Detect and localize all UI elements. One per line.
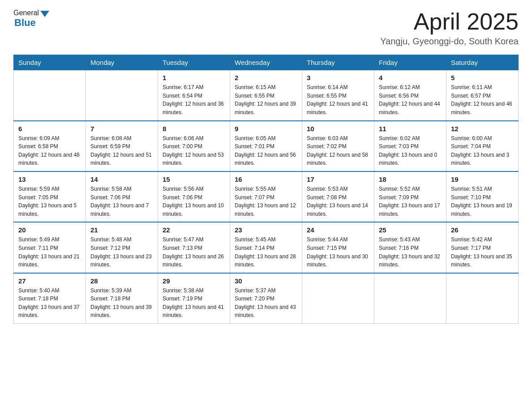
calendar-week-row: 20 Sunrise: 5:49 AMSunset: 7:11 PMDaylig… [14,222,519,273]
weekday-header-cell: Wednesday [230,55,302,70]
calendar-day-cell: 28 Sunrise: 5:39 AMSunset: 7:18 PMDaylig… [86,273,158,324]
page-header: General Blue April 2025 Yangju, Gyeonggi… [13,9,519,47]
calendar-day-cell: 23 Sunrise: 5:45 AMSunset: 7:14 PMDaylig… [230,222,302,273]
title-block: April 2025 Yangju, Gyeonggi-do, South Ko… [380,9,519,47]
day-info: Sunrise: 6:06 AMSunset: 7:00 PMDaylight:… [163,134,225,167]
weekday-header-cell: Monday [86,55,158,70]
day-info: Sunrise: 6:14 AMSunset: 6:55 PMDaylight:… [307,83,369,116]
day-number: 10 [307,125,369,133]
day-number: 25 [379,226,442,234]
day-number: 11 [379,125,442,133]
calendar-day-cell: 4 Sunrise: 6:12 AMSunset: 6:56 PMDayligh… [374,70,446,121]
calendar-location: Yangju, Gyeonggi-do, South Korea [380,36,519,47]
calendar-day-cell: 20 Sunrise: 5:49 AMSunset: 7:11 PMDaylig… [14,222,86,273]
day-number: 9 [235,125,297,133]
day-info: Sunrise: 5:40 AMSunset: 7:18 PMDaylight:… [18,287,81,320]
day-number: 28 [90,277,153,285]
day-info: Sunrise: 5:45 AMSunset: 7:14 PMDaylight:… [235,235,297,269]
day-number: 4 [379,74,442,81]
day-number: 1 [163,74,225,81]
calendar-day-cell: 5 Sunrise: 6:11 AMSunset: 6:57 PMDayligh… [446,70,519,121]
day-number: 20 [18,226,81,234]
logo-triangle-icon [40,11,49,17]
day-info: Sunrise: 5:58 AMSunset: 7:06 PMDaylight:… [90,185,153,218]
day-info: Sunrise: 5:39 AMSunset: 7:18 PMDaylight:… [90,287,153,320]
logo-blue-text: Blue [14,17,36,29]
logo-general-text: General [13,9,39,17]
day-number: 21 [90,226,153,234]
calendar-day-cell: 22 Sunrise: 5:47 AMSunset: 7:13 PMDaylig… [158,222,230,273]
calendar-day-cell: 25 Sunrise: 5:43 AMSunset: 7:16 PMDaylig… [374,222,446,273]
day-number: 19 [451,176,514,183]
day-info: Sunrise: 5:43 AMSunset: 7:16 PMDaylight:… [379,235,442,269]
day-info: Sunrise: 5:51 AMSunset: 7:10 PMDaylight:… [451,185,514,218]
calendar-table: SundayMondayTuesdayWednesdayThursdayFrid… [13,55,519,324]
day-info: Sunrise: 5:48 AMSunset: 7:12 PMDaylight:… [90,235,153,269]
day-number: 15 [163,176,225,183]
day-number: 18 [379,176,442,183]
day-info: Sunrise: 6:12 AMSunset: 6:56 PMDaylight:… [379,83,442,116]
calendar-day-cell: 24 Sunrise: 5:44 AMSunset: 7:15 PMDaylig… [302,222,374,273]
day-number: 29 [163,277,225,285]
day-info: Sunrise: 6:09 AMSunset: 6:58 PMDaylight:… [18,134,81,167]
day-info: Sunrise: 6:08 AMSunset: 6:59 PMDaylight:… [90,134,153,167]
calendar-day-cell: 15 Sunrise: 5:56 AMSunset: 7:06 PMDaylig… [158,171,230,222]
day-info: Sunrise: 6:15 AMSunset: 6:55 PMDaylight:… [235,83,297,116]
day-info: Sunrise: 6:03 AMSunset: 7:02 PMDaylight:… [307,134,369,167]
calendar-week-row: 27 Sunrise: 5:40 AMSunset: 7:18 PMDaylig… [14,273,519,324]
calendar-week-row: 13 Sunrise: 5:59 AMSunset: 7:05 PMDaylig… [14,171,519,222]
day-number: 24 [307,226,369,234]
day-number: 14 [90,176,153,183]
weekday-header-cell: Friday [374,55,446,70]
calendar-day-cell: 12 Sunrise: 6:00 AMSunset: 7:04 PMDaylig… [446,121,519,171]
day-info: Sunrise: 6:11 AMSunset: 6:57 PMDaylight:… [451,83,514,116]
day-info: Sunrise: 5:37 AMSunset: 7:20 PMDaylight:… [235,287,297,320]
day-info: Sunrise: 5:55 AMSunset: 7:07 PMDaylight:… [235,185,297,218]
calendar-day-cell: 19 Sunrise: 5:51 AMSunset: 7:10 PMDaylig… [446,171,519,222]
day-number: 5 [451,74,514,81]
day-info: Sunrise: 5:56 AMSunset: 7:06 PMDaylight:… [163,185,225,218]
day-number: 22 [163,226,225,234]
calendar-day-cell: 13 Sunrise: 5:59 AMSunset: 7:05 PMDaylig… [14,171,86,222]
calendar-body: 1 Sunrise: 6:17 AMSunset: 6:54 PMDayligh… [14,70,519,324]
day-number: 3 [307,74,369,81]
day-number: 27 [18,277,81,285]
calendar-day-cell: 26 Sunrise: 5:42 AMSunset: 7:17 PMDaylig… [446,222,519,273]
calendar-day-cell: 27 Sunrise: 5:40 AMSunset: 7:18 PMDaylig… [14,273,86,324]
day-info: Sunrise: 5:42 AMSunset: 7:17 PMDaylight:… [451,235,514,269]
day-number: 6 [18,125,81,133]
calendar-day-cell: 14 Sunrise: 5:58 AMSunset: 7:06 PMDaylig… [86,171,158,222]
calendar-week-row: 6 Sunrise: 6:09 AMSunset: 6:58 PMDayligh… [14,121,519,171]
day-info: Sunrise: 5:38 AMSunset: 7:19 PMDaylight:… [163,287,225,320]
day-info: Sunrise: 5:47 AMSunset: 7:13 PMDaylight:… [163,235,225,269]
calendar-day-cell [302,273,374,324]
weekday-header-cell: Thursday [302,55,374,70]
day-number: 26 [451,226,514,234]
calendar-day-cell: 7 Sunrise: 6:08 AMSunset: 6:59 PMDayligh… [86,121,158,171]
calendar-day-cell [14,70,86,121]
day-number: 7 [90,125,153,133]
calendar-day-cell [374,273,446,324]
day-number: 16 [235,176,297,183]
calendar-day-cell: 2 Sunrise: 6:15 AMSunset: 6:55 PMDayligh… [230,70,302,121]
calendar-day-cell: 11 Sunrise: 6:02 AMSunset: 7:03 PMDaylig… [374,121,446,171]
weekday-header-cell: Sunday [14,55,86,70]
day-info: Sunrise: 5:52 AMSunset: 7:09 PMDaylight:… [379,185,442,218]
day-info: Sunrise: 5:44 AMSunset: 7:15 PMDaylight:… [307,235,369,269]
calendar-day-cell: 1 Sunrise: 6:17 AMSunset: 6:54 PMDayligh… [158,70,230,121]
calendar-day-cell: 3 Sunrise: 6:14 AMSunset: 6:55 PMDayligh… [302,70,374,121]
calendar-day-cell: 6 Sunrise: 6:09 AMSunset: 6:58 PMDayligh… [14,121,86,171]
calendar-title: April 2025 [380,9,519,34]
day-info: Sunrise: 6:05 AMSunset: 7:01 PMDaylight:… [235,134,297,167]
day-number: 13 [18,176,81,183]
day-info: Sunrise: 5:53 AMSunset: 7:08 PMDaylight:… [307,185,369,218]
day-number: 17 [307,176,369,183]
calendar-day-cell: 17 Sunrise: 5:53 AMSunset: 7:08 PMDaylig… [302,171,374,222]
calendar-day-cell: 18 Sunrise: 5:52 AMSunset: 7:09 PMDaylig… [374,171,446,222]
calendar-day-cell: 9 Sunrise: 6:05 AMSunset: 7:01 PMDayligh… [230,121,302,171]
weekday-header-row: SundayMondayTuesdayWednesdayThursdayFrid… [14,55,519,70]
day-number: 30 [235,277,297,285]
calendar-day-cell: 8 Sunrise: 6:06 AMSunset: 7:00 PMDayligh… [158,121,230,171]
day-info: Sunrise: 6:17 AMSunset: 6:54 PMDaylight:… [163,83,225,116]
calendar-day-cell: 30 Sunrise: 5:37 AMSunset: 7:20 PMDaylig… [230,273,302,324]
